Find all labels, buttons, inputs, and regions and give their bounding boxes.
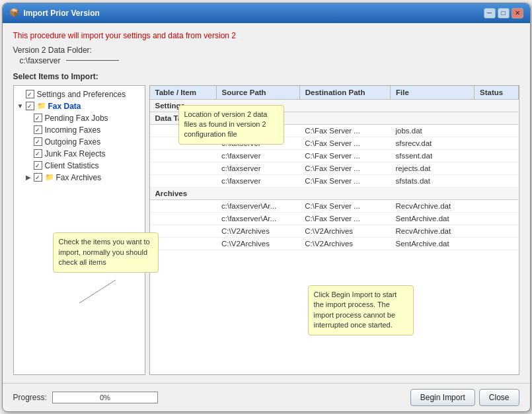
version-underline	[66, 60, 119, 61]
checkbox-faxdata[interactable]	[26, 102, 34, 110]
progress-bar: 0%	[52, 392, 158, 403]
window-title: Import Prior Version	[24, 9, 100, 18]
tree-item-settings[interactable]: Settings and Preferences	[14, 88, 145, 100]
select-items-label: Select Items to Import:	[13, 72, 519, 81]
folder-icon-archives: 📁	[45, 173, 54, 182]
tree-label-incoming: Incoming Faxes	[45, 125, 101, 135]
tree-item-stats[interactable]: Client Statistics	[14, 160, 145, 172]
checkbox-archives[interactable]	[34, 173, 42, 182]
maximize-button[interactable]: □	[498, 8, 510, 18]
col-header-status: Status	[475, 86, 518, 100]
expand-placeholder	[17, 90, 24, 98]
tree-item-incoming[interactable]: Incoming Faxes	[14, 124, 145, 136]
window-content: This procedure will import your settings…	[3, 23, 530, 383]
data-table: Table / Item Source Path Destination Pat…	[150, 86, 519, 250]
col-header-source: Source Path	[216, 86, 299, 100]
table-row: c:\faxserverC:\Fax Server ...sfstats.dat	[150, 174, 519, 187]
close-button[interactable]: Close	[479, 389, 519, 406]
bottom-bar: Progress: 0% Begin Import Close	[3, 383, 530, 411]
table-section-row: Settings	[150, 99, 519, 112]
expand-placeholder2	[24, 114, 32, 122]
checkbox-settings[interactable]	[26, 90, 34, 98]
table-row: c:\faxserverC:\Fax Server ...rejects.dat	[150, 162, 519, 174]
minimize-button[interactable]: ─	[484, 8, 496, 18]
expand-placeholder5	[24, 150, 32, 158]
begin-import-button[interactable]: Begin Import	[410, 389, 475, 406]
progress-label: Progress:	[13, 393, 47, 402]
progress-area: Progress: 0%	[13, 392, 158, 403]
tree-item-outgoing[interactable]: Outgoing Faxes	[14, 136, 145, 148]
table-section-row: Data Tables	[150, 112, 519, 124]
main-area: Settings and Preferences ▼ 📁 Fax Data Pe…	[13, 85, 519, 375]
table-row: C:\V2ArchivesC:\V2ArchivesSentArchive.da…	[150, 237, 519, 250]
table-row: c:\faxserver\Ar...C:\Fax Server ...SentA…	[150, 212, 519, 224]
table-row: c:\faxserverC:\Fax Server ...jobs.dat	[150, 124, 519, 137]
tree-label-stats: Client Statistics	[45, 161, 99, 170]
checkbox-outgoing[interactable]	[34, 137, 42, 146]
title-bar: 📦 Import Prior Version ─ □ ✕	[3, 3, 530, 23]
checkbox-pending[interactable]	[34, 114, 42, 122]
close-window-button[interactable]: ✕	[512, 8, 523, 18]
title-bar-buttons: ─ □ ✕	[484, 8, 523, 18]
tree-item-faxdata[interactable]: ▼ 📁 Fax Data	[14, 100, 145, 112]
col-header-file: File	[390, 86, 474, 100]
version-path: c:\faxserver	[20, 56, 61, 65]
expand-placeholder6	[24, 162, 32, 170]
folder-icon-faxdata: 📁	[37, 102, 46, 110]
intro-text: This procedure will import your settings…	[13, 31, 519, 40]
table-row: c:\faxserverC:\Fax Server ...sfssent.dat	[150, 149, 519, 162]
tree-label-settings: Settings and Preferences	[37, 90, 126, 99]
expand-faxdata-icon[interactable]: ▼	[17, 102, 24, 110]
table-row: c:\faxserver\Ar...C:\Fax Server ...RecvA…	[150, 199, 519, 212]
title-bar-left: 📦 Import Prior Version	[9, 8, 100, 18]
window-icon: 📦	[9, 8, 20, 18]
tree-label-junk: Junk Fax Rejects	[45, 149, 106, 158]
action-buttons: Begin Import Close	[410, 389, 519, 406]
tree-label-outgoing: Outgoing Faxes	[45, 137, 101, 147]
expand-placeholder4	[24, 138, 32, 146]
tree-item-pending[interactable]: Pending Fax Jobs	[14, 112, 145, 124]
table-row: C:\V2ArchivesC:\V2ArchivesRecvArchive.da…	[150, 224, 519, 237]
tree-label-faxdata: Fax Data	[48, 102, 81, 111]
table-row: c:\faxserverC:\Fax Server ...sfsrecv.dat	[150, 137, 519, 149]
tree-item-archives[interactable]: ▶ 📁 Fax Archives	[14, 172, 145, 184]
col-header-dest: Destination Path	[299, 86, 390, 100]
checkbox-stats[interactable]	[34, 161, 42, 170]
tree-label-archives: Fax Archives	[56, 173, 102, 182]
col-header-item: Table / Item	[150, 86, 217, 100]
version-label: Version 2 Data Folder:	[13, 46, 519, 55]
version-value: c:\faxserver	[20, 56, 519, 65]
progress-text: 0%	[100, 394, 110, 401]
checkbox-incoming[interactable]	[34, 125, 42, 134]
tree-label-pending: Pending Fax Jobs	[45, 114, 108, 123]
expand-archives-icon[interactable]: ▶	[24, 174, 32, 182]
tree-panel[interactable]: Settings and Preferences ▼ 📁 Fax Data Pe…	[13, 85, 145, 375]
table-panel: Table / Item Source Path Destination Pat…	[149, 85, 519, 375]
main-window: 📦 Import Prior Version ─ □ ✕ This proced…	[2, 3, 531, 412]
tree-item-junk[interactable]: Junk Fax Rejects	[14, 148, 145, 160]
expand-placeholder3	[24, 126, 32, 134]
table-section-row: Archives	[150, 187, 519, 199]
checkbox-junk[interactable]	[34, 149, 42, 158]
